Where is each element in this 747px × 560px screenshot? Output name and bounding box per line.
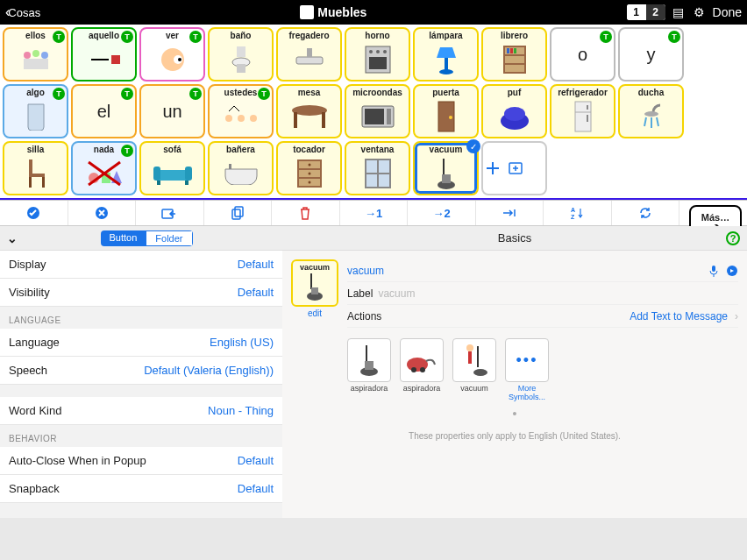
symbol-row: aspiradoraaspiradoravacuum•••More Symbol… <box>347 338 738 401</box>
grid-cell-puf[interactable]: puf <box>481 84 547 138</box>
chevron-right-icon: › <box>735 310 738 323</box>
grid-cell-silla[interactable]: silla <box>3 141 68 195</box>
actions-key: Actions <box>347 310 381 323</box>
symbol-option[interactable]: aspiradora <box>400 338 444 401</box>
grid-cell-ventana[interactable]: ventana <box>345 141 410 195</box>
svg-rect-35 <box>387 109 391 124</box>
prop-row-auto-close-when-in-popup[interactable]: Auto-Close When in PopupDefault <box>0 447 282 475</box>
prop-row-display[interactable]: DisplayDefault <box>0 251 282 279</box>
grid-cell-aquello[interactable]: Taquello <box>71 27 137 82</box>
label-placeholder: vacuum <box>378 287 415 300</box>
grid-cell-refrigerador[interactable]: refrigerador <box>550 84 615 138</box>
svg-rect-14 <box>369 57 387 69</box>
back-button[interactable]: ‹ Cosas <box>5 4 40 20</box>
grid-cell-lámpara[interactable]: lámpara <box>413 27 479 82</box>
help-icon[interactable]: ? <box>726 231 740 245</box>
mic-icon[interactable] <box>708 265 719 277</box>
cell-label: mesa <box>298 88 321 97</box>
grid-cell-y[interactable]: Ty <box>618 27 684 82</box>
cell-label: microondas <box>352 88 402 97</box>
page-2[interactable]: 2 <box>646 4 665 20</box>
grid-cell-nada[interactable]: Tnada <box>71 141 137 195</box>
cell-pic <box>6 40 65 78</box>
grid-cell-fregadero[interactable]: fregadero <box>276 27 342 82</box>
translate-badge: T <box>258 88 270 100</box>
seg-folder[interactable]: Folder <box>146 230 192 246</box>
grid-cell-bañera[interactable]: bañera <box>208 141 274 195</box>
cell-label: horno <box>365 31 389 40</box>
tool-import[interactable] <box>136 201 204 225</box>
cell-label: ustedes <box>224 88 258 97</box>
edit-link[interactable]: edit <box>308 308 322 318</box>
tool-check[interactable] <box>0 201 68 225</box>
grid-cell-sofá[interactable]: sofá <box>139 141 205 195</box>
tool-move1[interactable]: →1 <box>340 201 409 225</box>
tool-delete[interactable] <box>272 201 340 225</box>
page-indicator[interactable]: 1 2 <box>627 4 665 20</box>
tool-uncheck[interactable] <box>68 201 137 225</box>
speak-icon[interactable] <box>726 265 738 277</box>
grid-cell-tocador[interactable]: tocador <box>276 141 342 195</box>
actions-row[interactable]: Actions Add Text to Message › <box>347 305 738 328</box>
grid-cell-baño[interactable]: baño <box>208 27 274 82</box>
add-folder-icon <box>508 160 523 176</box>
svg-rect-18 <box>445 58 448 70</box>
prop-value: Default <box>238 482 274 495</box>
prop-row-word-kind[interactable]: Word KindNoun - Thing <box>0 397 282 425</box>
grid-cell-un[interactable]: Tun <box>139 84 205 138</box>
svg-rect-32 <box>322 112 325 128</box>
tool-refresh[interactable] <box>612 201 680 225</box>
layout-icon[interactable]: ▤ <box>671 4 687 20</box>
preview-label: vacuum <box>300 263 330 272</box>
done-button[interactable]: Done <box>713 5 742 19</box>
grid-cell-ducha[interactable]: ducha <box>618 84 684 138</box>
tool-copy[interactable] <box>204 201 273 225</box>
grid-cell-ustedes[interactable]: Tustedes <box>208 84 274 138</box>
add-cell[interactable] <box>481 141 547 195</box>
grid-cell-vacuum[interactable]: ✓vacuum <box>413 141 479 195</box>
edit-toolbar: →1 →2 AZ <box>0 200 747 226</box>
prop-row-snapback[interactable]: SnapbackDefault <box>0 475 282 503</box>
prop-key: Auto-Close When in Popup <box>9 454 146 467</box>
cell-pic <box>280 40 338 78</box>
grid-cell-microondas[interactable]: microondas <box>345 84 410 138</box>
preview-cell[interactable]: vacuum <box>291 259 338 307</box>
symbol-option[interactable]: aspiradora <box>347 338 391 401</box>
svg-point-16 <box>376 50 380 53</box>
cell-label: silla <box>27 145 44 154</box>
page-1[interactable]: 1 <box>627 4 646 20</box>
grid-cell-algo[interactable]: Talgo <box>3 84 68 138</box>
grid-cell-el[interactable]: Tel <box>71 84 137 138</box>
grid-cell-horno[interactable]: horno <box>345 27 410 82</box>
name-row[interactable]: vacuum <box>347 259 738 282</box>
grid-cell-ver[interactable]: Tver <box>139 27 205 82</box>
footer-note: These properties only apply to English (… <box>291 426 738 446</box>
svg-rect-45 <box>29 159 32 175</box>
tool-sort[interactable]: AZ <box>544 201 612 225</box>
collapse-icon[interactable]: ⌄ <box>7 231 18 245</box>
grid-cell-mesa[interactable]: mesa <box>276 84 342 138</box>
svg-point-29 <box>250 115 257 122</box>
prop-row-language[interactable]: LanguageEnglish (US) <box>0 329 282 357</box>
basics-title: Basics <box>498 231 531 245</box>
label-row[interactable]: Label vacuum <box>347 282 738 305</box>
svg-rect-93 <box>477 346 479 367</box>
grid-cell-librero[interactable]: librero <box>481 27 547 82</box>
symbol-option[interactable]: vacuum <box>452 338 496 401</box>
more-symbols[interactable]: •••More Symbols... <box>505 338 549 401</box>
prop-row-visibility[interactable]: VisibilityDefault <box>0 279 282 307</box>
grid-cell-ellos[interactable]: Tellos <box>3 27 68 82</box>
grid-cell-puerta[interactable]: puerta <box>413 84 479 138</box>
bathtub-icon <box>222 162 260 185</box>
gear-icon[interactable]: ⚙ <box>692 4 708 20</box>
seg-button[interactable]: Button <box>101 230 146 246</box>
actions-link[interactable]: Add Text to Message <box>630 310 728 323</box>
grid-cell-o[interactable]: To <box>550 27 615 82</box>
prop-row-speech[interactable]: SpeechDefault (Valeria (English)) <box>0 357 282 385</box>
type-segment[interactable]: Button Folder <box>101 230 193 246</box>
prop-value: Default (Valeria (English)) <box>144 364 274 377</box>
cell-label: lámpara <box>429 31 462 40</box>
tool-move-end[interactable] <box>476 201 544 225</box>
tool-move2[interactable]: →2 <box>408 201 476 225</box>
page-dots: • <box>291 401 738 426</box>
